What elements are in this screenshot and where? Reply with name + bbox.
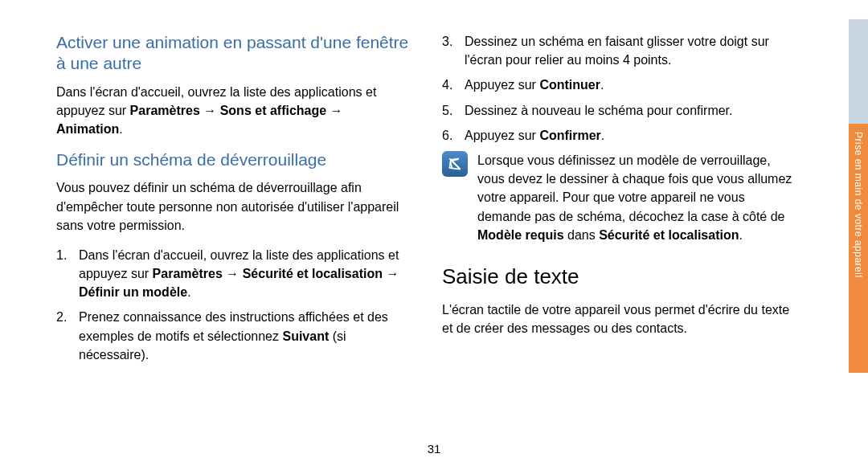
text: . — [600, 78, 604, 92]
list-item: Dans l'écran d'accueil, ouvrez la liste … — [56, 246, 410, 302]
bold-parametres: Paramètres — [153, 267, 223, 280]
arrow-icon: → — [223, 267, 243, 280]
bold-parametres: Paramètres — [130, 104, 200, 117]
list-item: Dessinez à nouveau le schéma pour confir… — [442, 101, 796, 120]
bold-animation: Animation — [56, 122, 119, 136]
note-icon — [442, 151, 468, 177]
side-tab-inactive — [849, 19, 868, 124]
text: Appuyez sur — [465, 129, 539, 142]
bold-securite-loc: Sécurité et localisation — [599, 228, 739, 242]
text: dans — [564, 228, 600, 242]
schema-para: Vous pouvez définir un schéma de déverro… — [56, 178, 410, 235]
bold-modele: Définir un modèle — [79, 285, 187, 299]
text: Appuyez sur — [465, 78, 539, 92]
arrow-icon: → — [383, 267, 399, 280]
text: Lorsque vous définissez un modèle de ver… — [477, 153, 792, 223]
bold-sons: Sons et affichage — [220, 104, 326, 117]
side-tab-label: Prise en main de votre appareil — [853, 132, 864, 278]
arrow-icon: → — [200, 104, 220, 117]
list-item: Appuyez sur Continuer. — [442, 76, 796, 94]
bold-suivant: Suivant — [282, 329, 329, 343]
list-item: Appuyez sur Confirmer. — [442, 126, 796, 145]
saisie-para: L'écran tactile de votre appareil vous p… — [442, 300, 796, 337]
heading-animation: Activer une animation en passant d'une f… — [56, 32, 410, 75]
list-item: Prenez connaissance des instructions aff… — [56, 308, 410, 364]
note-text: Lorsque vous définissez un modèle de ver… — [477, 151, 796, 244]
page-number: 31 — [428, 442, 441, 456]
page-content: Activer une animation en passant d'une f… — [0, 0, 868, 470]
text: . — [119, 122, 122, 136]
animation-para: Dans l'écran d'accueil, ouvrez la liste … — [56, 83, 410, 139]
side-tab-container: Prise en main de votre appareil — [844, 0, 868, 470]
bold-continuer: Continuer — [539, 78, 600, 92]
left-column: Activer une animation en passant d'une f… — [56, 32, 410, 438]
bold-modele-requis: Modèle requis — [477, 228, 564, 242]
side-tab-active: Prise en main de votre appareil — [849, 124, 868, 373]
bold-confirmer: Confirmer — [539, 129, 600, 142]
list-item: Dessinez un schéma en faisant glisser vo… — [442, 32, 796, 69]
schema-list-part1: Dans l'écran d'accueil, ouvrez la liste … — [56, 246, 410, 364]
note-block: Lorsque vous définissez un modèle de ver… — [442, 151, 796, 244]
bold-securite: Sécurité et localisation — [243, 267, 383, 280]
text: . — [739, 228, 742, 242]
schema-list-part2: Dessinez un schéma en faisant glisser vo… — [442, 32, 796, 145]
arrow-icon: → — [326, 104, 342, 117]
text: . — [601, 129, 604, 142]
heading-schema: Définir un schéma de déverrouillage — [56, 149, 410, 170]
text: . — [187, 285, 190, 299]
heading-saisie: Saisie de texte — [442, 262, 796, 292]
right-column: Dessinez un schéma en faisant glisser vo… — [442, 32, 796, 438]
